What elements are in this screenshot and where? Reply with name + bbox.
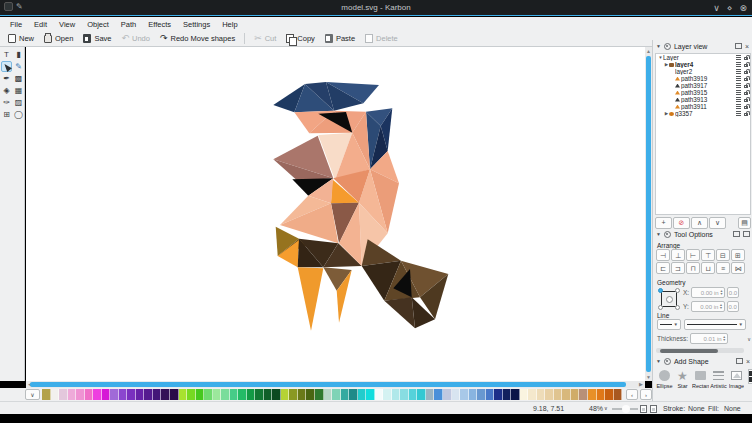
float-dock-icon[interactable] (735, 43, 742, 49)
gradient-tool[interactable]: ▩ (13, 73, 24, 84)
pattern-tool[interactable]: ▦ (13, 85, 24, 96)
color-swatch[interactable] (452, 389, 461, 400)
menu-object[interactable]: Object (81, 20, 115, 29)
menu-effects[interactable]: Effects (142, 20, 177, 29)
visibility-icon[interactable] (736, 104, 741, 109)
canvas[interactable] (26, 47, 645, 381)
layer-row-path3915[interactable]: path3915 (656, 89, 750, 96)
color-swatch[interactable] (375, 389, 384, 400)
visibility-icon[interactable] (736, 76, 741, 81)
lock-icon[interactable] (744, 57, 748, 61)
arrange-button-7[interactable]: ⊏ (656, 262, 670, 274)
color-swatch[interactable] (392, 389, 401, 400)
menu-file[interactable]: File (4, 20, 28, 29)
zoom-tool[interactable]: ⊞ (1, 109, 12, 120)
color-swatch[interactable] (127, 389, 136, 400)
layer-row-layer2[interactable]: layer2 (656, 68, 750, 75)
menu-settings[interactable]: Settings (177, 20, 216, 29)
vertical-scrollbar-thumb[interactable] (646, 56, 651, 372)
calligraphy-tool[interactable]: ✒ (1, 73, 12, 84)
color-swatch[interactable] (383, 389, 392, 400)
stamp-tool[interactable]: ▨ (13, 97, 24, 108)
stroke-value[interactable]: None (688, 405, 705, 412)
y-input[interactable]: 0.00 in ▲▼ (691, 301, 725, 312)
color-swatch[interactable] (281, 389, 290, 400)
shape-artistic[interactable]: Artistic (710, 369, 727, 389)
lock-icon[interactable] (744, 92, 748, 96)
visibility-icon[interactable] (736, 69, 741, 74)
fill-value[interactable]: None (724, 405, 741, 412)
color-swatch[interactable] (554, 389, 563, 400)
palette-prev-button[interactable]: ‹ (626, 389, 638, 400)
color-swatch[interactable] (341, 389, 350, 400)
horizontal-scrollbar-thumb[interactable] (30, 382, 626, 387)
menu-view[interactable]: View (53, 20, 81, 29)
horizontal-scrollbar[interactable]: ◀ ▶ (26, 381, 645, 388)
color-swatch[interactable] (272, 389, 281, 400)
color-swatch[interactable] (42, 389, 51, 400)
arrange-button-2[interactable]: ⊥ (671, 249, 685, 261)
palette-dropdown-button[interactable]: ∨ (25, 389, 40, 400)
lock-icon[interactable] (744, 106, 748, 110)
height-input[interactable]: 0.0 (727, 301, 739, 312)
tool-options-scrollbar[interactable] (656, 348, 744, 353)
layer-row-Layer[interactable]: ▼Layer (656, 54, 750, 61)
shape-ellipse[interactable]: Ellipse (656, 369, 673, 389)
lock-icon[interactable] (744, 78, 748, 82)
color-swatch[interactable] (153, 389, 162, 400)
color-swatch[interactable] (511, 389, 520, 400)
scroll-right-icon[interactable]: ▶ (637, 381, 645, 388)
arrange-button-4[interactable]: ⊤ (701, 249, 715, 261)
color-swatch[interactable] (614, 389, 623, 400)
color-swatch[interactable] (144, 389, 153, 400)
color-swatch[interactable] (417, 389, 426, 400)
color-swatch[interactable] (579, 389, 588, 400)
lock-icon[interactable] (744, 64, 748, 68)
lock-icon[interactable] (744, 85, 748, 89)
color-swatch[interactable] (170, 389, 179, 400)
color-swatch[interactable] (59, 389, 68, 400)
color-swatch[interactable] (247, 389, 256, 400)
menu-path[interactable]: Path (115, 20, 142, 29)
color-swatch[interactable] (221, 389, 230, 400)
layer-row-path3917[interactable]: path3917 (656, 82, 750, 89)
color-swatch[interactable] (230, 389, 239, 400)
color-swatch[interactable] (562, 389, 571, 400)
save-button[interactable]: Save (78, 32, 116, 45)
color-swatch[interactable] (426, 389, 435, 400)
shape-tool[interactable]: ▮ (13, 49, 24, 60)
color-swatch[interactable] (51, 389, 60, 400)
color-swatch[interactable] (187, 389, 196, 400)
zoom-slider-handle[interactable] (622, 405, 630, 413)
visibility-icon[interactable] (736, 97, 741, 102)
scroll-up-icon[interactable]: ▲ (645, 47, 652, 55)
color-swatch[interactable] (486, 389, 495, 400)
collapse-arrow-icon[interactable]: ▼ (656, 358, 661, 364)
arrange-button-3[interactable]: ⊢ (686, 249, 700, 261)
arrange-button-1[interactable]: ⊣ (656, 249, 670, 261)
arrange-button-11[interactable]: ≡ (716, 262, 730, 274)
color-swatch[interactable] (324, 389, 333, 400)
color-swatch[interactable] (238, 389, 247, 400)
color-swatch[interactable] (460, 389, 469, 400)
maximize-icon[interactable]: ⋄ (727, 1, 733, 15)
line-cap-dropdown[interactable]: ▼ (657, 319, 681, 330)
color-swatch[interactable] (110, 389, 119, 400)
scroll-down-icon[interactable]: ▼ (645, 373, 652, 381)
tool-options-scrollbar-thumb[interactable] (660, 349, 718, 353)
visibility-icon[interactable] (736, 111, 741, 116)
anchor-bottom-right-dot[interactable] (675, 305, 680, 310)
visibility-icon[interactable] (736, 62, 741, 67)
float-dock-icon[interactable] (733, 231, 740, 237)
anchor-center-dot[interactable] (666, 296, 673, 303)
layer-row-layer4[interactable]: ▶layer4 (656, 61, 750, 68)
copy-button[interactable]: Copy (281, 32, 320, 45)
anchor-bottom-left-dot[interactable] (658, 305, 663, 310)
x-input[interactable]: 0.00 in ▲▼ (691, 287, 725, 298)
color-swatch[interactable] (85, 389, 94, 400)
color-swatch[interactable] (537, 389, 546, 400)
float-dock-icon[interactable] (736, 358, 743, 364)
color-swatch[interactable] (503, 389, 512, 400)
thickness-input[interactable]: 0.01 in ▲▼ (690, 333, 728, 344)
shape-collection-button[interactable] (748, 369, 752, 384)
